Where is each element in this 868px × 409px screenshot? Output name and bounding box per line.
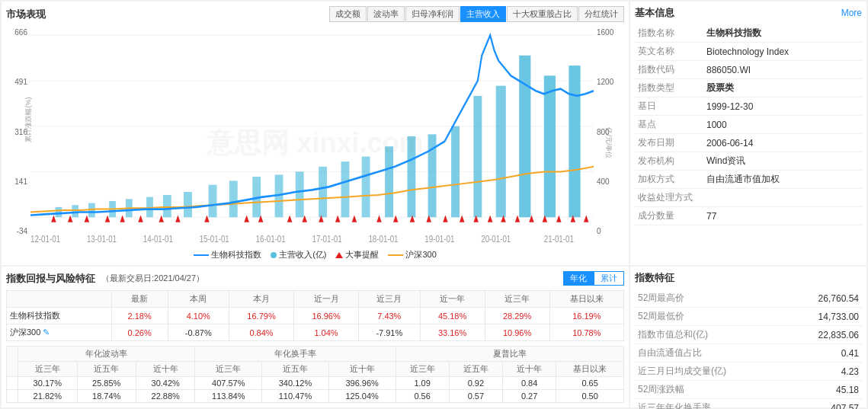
feature-label-52change: 52周涨跌幅 xyxy=(635,381,741,399)
y-left-label-4: 141 xyxy=(14,177,27,186)
risk-biotech-turn-10y: 396.96% xyxy=(328,377,396,390)
tab-chengjiaoe[interactable]: 成交额 xyxy=(329,6,367,22)
features-title: 指数特征 xyxy=(635,271,862,285)
risk-th-since-sharpe: 基日以来 xyxy=(556,362,624,377)
info-value-type: 股票类 xyxy=(703,79,862,97)
legend-revenue-dot xyxy=(271,252,277,258)
svg-rect-12 xyxy=(184,192,192,217)
svg-marker-58 xyxy=(556,216,562,222)
svg-marker-60 xyxy=(584,216,589,222)
info-panel-title: 基本信息 xyxy=(635,6,674,20)
perf-hs300-3m: -7.91% xyxy=(359,324,421,341)
y-left-label-2: 491 xyxy=(14,78,27,86)
feature-label-float: 自由流通值占比 xyxy=(635,344,741,363)
svg-text:16-01-01: 16-01-01 xyxy=(256,234,286,244)
risk-th-turnover: 年化换手率 xyxy=(195,347,396,362)
tab-guimu[interactable]: 归母净利润 xyxy=(405,6,460,22)
risk-th-5y-sharpe: 近五年 xyxy=(449,362,502,377)
risk-hs300-turn-5y: 110.47% xyxy=(262,390,329,403)
svg-text:19-01-01: 19-01-01 xyxy=(424,234,454,244)
risk-hs300-sharpe-since: 0.50 xyxy=(556,390,624,403)
risk-th-10y-vol: 近十年 xyxy=(136,362,194,377)
tab-shida[interactable]: 十大权重股占比 xyxy=(507,6,578,22)
info-value-basedate: 1999-12-30 xyxy=(703,97,862,116)
feature-value-high: 26,760.54 xyxy=(741,289,862,308)
perf-hs300-month: 0.84% xyxy=(229,324,294,341)
svg-rect-5 xyxy=(56,207,62,217)
perf-biotech-3m: 7.43% xyxy=(359,308,421,324)
legend-index-label: 生物科技指数 xyxy=(211,249,261,260)
info-value-weight: 自由流通市值加权 xyxy=(703,171,862,189)
risk-hs300-sharpe-5y: 0.57 xyxy=(449,390,502,403)
tab-fenghong[interactable]: 分红统计 xyxy=(578,6,624,22)
info-label-engname: 英文名称 xyxy=(635,43,703,61)
tab-bodonglu[interactable]: 波动率 xyxy=(367,6,405,22)
y-left-unit: 累计涨跌幅(%) xyxy=(24,97,34,142)
perf-biotech-1m: 16.96% xyxy=(294,308,359,324)
svg-rect-28 xyxy=(544,75,556,217)
risk-biotech-turn-3y: 407.57% xyxy=(195,377,262,390)
svg-rect-13 xyxy=(209,185,217,217)
info-label-pubdate: 发布日期 xyxy=(635,134,703,152)
market-panel: 市场表现 成交额 波动率 归母净利润 主营收入 十大权重股占比 分红统计 意思网… xyxy=(2,2,629,265)
feature-value-52change: 45.18 xyxy=(741,381,862,399)
perf-th-3y: 近三年 xyxy=(485,291,549,308)
chart-container: 意思网 xinxi.com 666 491 316 141 -34 xyxy=(6,25,624,260)
risk-table: 年化波动率 年化换手率 夏普比率 近三年 近五年 近十年 近三年 近五年 近十年 xyxy=(6,346,624,403)
tab-zhuyingshouru[interactable]: 主营收入 xyxy=(460,6,506,22)
feature-label-high: 52周最高价 xyxy=(635,289,741,308)
y-left-label-1: 666 xyxy=(14,28,27,37)
risk-hs300-sharpe-10y: 0.27 xyxy=(503,390,556,403)
svg-text:21-01-01: 21-01-01 xyxy=(544,234,574,244)
svg-marker-50 xyxy=(443,216,448,222)
toggle-cumulative[interactable]: 累计 xyxy=(594,271,624,286)
info-row-pubdate: 发布日期 2006-06-14 xyxy=(635,134,862,152)
info-value-yield xyxy=(703,189,862,207)
risk-th-3y-vol: 近三年 xyxy=(18,362,77,377)
info-row-basepoint: 基点 1000 xyxy=(635,116,862,134)
info-value-code: 886050.WI xyxy=(703,61,862,79)
returns-title: 指数回报与风险特征 xyxy=(6,272,95,286)
more-link[interactable]: More xyxy=(841,8,862,18)
risk-biotech-vol-5y: 25.85% xyxy=(77,377,136,390)
risk-biotech-turn-5y: 340.12% xyxy=(262,377,329,390)
svg-rect-6 xyxy=(72,205,78,217)
features-table: 52周最高价 26,760.54 52周最低价 14,733.00 指数市值总和… xyxy=(635,289,862,409)
perf-th-name xyxy=(7,291,112,308)
info-label-count: 成分数量 xyxy=(635,207,703,225)
info-value-engname: Biotechnology Index xyxy=(703,43,862,61)
svg-text:17-01-01: 17-01-01 xyxy=(312,234,341,244)
legend-index-line xyxy=(194,254,209,256)
risk-sub-header: 近三年 近五年 近十年 近三年 近五年 近十年 近三年 近五年 近十年 基日以来 xyxy=(7,362,624,377)
svg-marker-45 xyxy=(352,216,357,222)
info-label-publisher: 发布机构 xyxy=(635,152,703,171)
info-row-engname: 英文名称 Biotechnology Index xyxy=(635,43,862,61)
legend-event-triangle xyxy=(335,252,343,258)
feature-row-float: 自由流通值占比 0.41 xyxy=(635,344,862,363)
legend-event-label: 大事提醒 xyxy=(345,249,379,260)
toggle-annualized[interactable]: 年化 xyxy=(563,271,594,286)
perf-hs300-3y: 10.96% xyxy=(485,324,549,341)
returns-header: 指数回报与风险特征 （最新交易日:2021/04/27） 年化 累计 xyxy=(6,271,624,286)
svg-marker-44 xyxy=(335,216,341,222)
feature-row-high: 52周最高价 26,760.54 xyxy=(635,289,862,308)
hs300-link[interactable]: ✎ xyxy=(43,328,50,337)
svg-marker-39 xyxy=(244,216,249,222)
market-panel-title: 市场表现 xyxy=(6,8,46,21)
risk-th-10y-sharpe: 近十年 xyxy=(503,362,556,377)
risk-th-empty xyxy=(7,347,18,377)
info-row-basedate: 基日 1999-12-30 xyxy=(635,97,862,116)
feature-label-mktcap: 指数市值总和(亿) xyxy=(635,326,741,344)
risk-hs300-turn-10y: 125.04% xyxy=(328,390,396,403)
feature-row-mktcap: 指数市值总和(亿) 22,835.06 xyxy=(635,326,862,344)
risk-th-5y-vol: 近五年 xyxy=(77,362,136,377)
perf-biotech-since: 16.19% xyxy=(549,308,623,324)
svg-rect-24 xyxy=(451,126,460,217)
perf-biotech-3y: 28.29% xyxy=(485,308,549,324)
risk-row-biotech: 30.17% 25.85% 30.42% 407.57% 340.12% 396… xyxy=(7,377,624,390)
info-label-code: 指数代码 xyxy=(635,61,703,79)
legend-hs300-label: 沪深300 xyxy=(405,249,436,260)
info-value-basepoint: 1000 xyxy=(703,116,862,134)
svg-rect-19 xyxy=(341,161,350,217)
risk-hs300-vol-5y: 18.74% xyxy=(77,390,136,403)
